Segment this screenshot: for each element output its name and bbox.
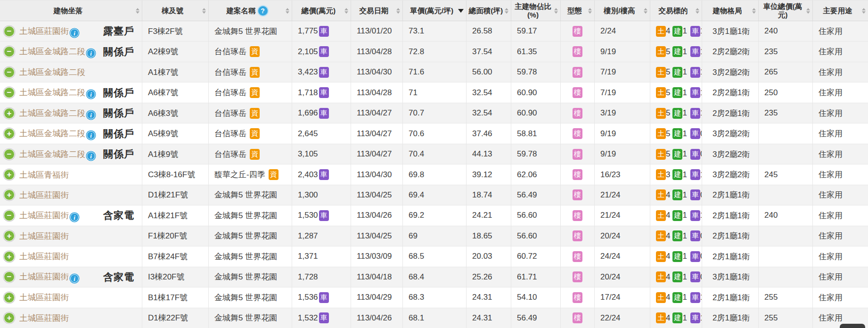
header-floor[interactable]: 樓別/樓高 [595,0,650,21]
location-link[interactable]: 土城區金城路二段 [19,66,85,78]
location-link[interactable]: 土城區金城路二段i [19,46,95,57]
cell-building-no: A1棟21F號 [142,205,209,225]
table-row[interactable]: +土城區莊園街B7棟24F號金城舞5 世界花園1,371113/03/0968.… [0,246,868,267]
sort-icon-floor[interactable] [644,8,647,14]
expand-icon[interactable]: + [4,312,15,323]
expand-icon[interactable]: + [4,108,15,119]
cell-project-name: 金城舞5 世界花園 [209,246,292,266]
location-link[interactable]: 土城區莊園街 [19,312,69,324]
cell-location: −土城區金城路二段i關係戶 [0,41,142,61]
zi-badge: 資 [250,149,260,160]
collapse-icon[interactable]: − [4,26,15,37]
scroll-top-button[interactable] [840,324,865,328]
cell-total-price: 3,423車 [292,62,351,82]
header-date[interactable]: 交易日期 [351,0,403,21]
location-link[interactable]: 土城區莊園街 [19,292,69,303]
location-link[interactable]: 土城區金城路二段i [19,148,95,160]
location-link[interactable]: 土城區青福街 [19,169,69,180]
sort-icon-unit-price[interactable] [458,9,464,13]
sort-icon-main-ratio[interactable] [554,8,558,14]
sort-icon-layout[interactable] [752,8,756,14]
collapse-icon[interactable]: − [4,87,15,98]
sort-icon-total-price[interactable] [344,8,348,14]
header-total-price[interactable]: 總價(萬元) [292,0,351,21]
table-row[interactable]: +土城區金城路二段i關係戶A6棟3號台信琢岳資1,696車113/04/2770… [0,103,868,123]
table-row[interactable]: −土城區莊園街i含家電I3棟20F號金城舞5 世界花園1,728113/04/1… [0,267,868,287]
expand-icon[interactable]: + [4,230,15,241]
cell-target: 土5建1車1 [650,62,702,82]
location-link[interactable]: 土城區莊園街i [19,25,79,37]
total-price-text: 2,645 [298,129,318,139]
help-icon[interactable]: ? [258,6,268,16]
table-row[interactable]: +土城區金城路二段i關係戶A5棟9號台信琢岳資2,645113/04/2770.… [0,123,868,144]
sort-icon-usage[interactable] [862,8,866,14]
table-row[interactable]: +土城區莊園街B1棟17F號金城舞5 世界花園1,536車113/04/2968… [0,287,868,308]
expand-icon[interactable]: + [4,189,15,200]
header-unit-price[interactable]: 單價(萬元/坪) [403,0,467,21]
collapse-icon[interactable]: − [4,210,15,221]
location-link[interactable]: 土城區金城路二段i [19,107,95,119]
table-row[interactable]: −土城區金城路二段A1棟7號台信琢岳資3,423車113/04/3071.656… [0,62,868,82]
expand-icon[interactable]: + [4,251,15,262]
header-project-name[interactable]: 建案名稱? [209,0,292,21]
sort-icon-area[interactable] [505,8,508,14]
header-area[interactable]: 總面積(坪) [467,0,511,21]
header-usage[interactable]: 主要用途 [813,0,868,21]
header-location[interactable]: 建物坐落 [0,0,142,21]
table-row[interactable]: −土城區金城路二段i關係戶A6棟7號台信琢岳資1,718車113/04/2871… [0,82,868,103]
info-icon[interactable]: i [70,213,79,221]
expand-icon[interactable]: + [4,128,15,139]
info-icon[interactable]: i [87,90,95,98]
row-annotation: 關係戶 [103,45,134,58]
info-icon[interactable]: i [87,111,95,119]
header-target[interactable]: 交易標的 [650,0,702,21]
header-type[interactable]: 型態 [561,0,595,21]
info-icon[interactable]: i [87,131,95,139]
sort-icon-parking-price[interactable] [806,8,810,14]
location-link[interactable]: 土城區金城路二段i [19,128,95,139]
location-link[interactable]: 土城區莊園街i [19,210,79,221]
cell-area: 56.00 [467,62,511,82]
location-link[interactable]: 土城區莊園街 [19,230,69,242]
type-badge: 樓 [573,312,582,323]
collapse-icon[interactable]: − [4,67,15,78]
sort-icon-location[interactable] [136,8,139,14]
sort-icon-project-name[interactable] [286,8,289,14]
table-row[interactable]: −土城區莊園街i含家電A1棟21F號金城舞5 世界花園1,530車113/04/… [0,205,868,226]
table-row[interactable]: −土城區金城路二段i關係戶A1棟9號台信琢岳資3,105113/04/2770.… [0,144,868,164]
location-link[interactable]: 土城區莊園街 [19,189,69,201]
location-link[interactable]: 土城區金城路二段i [19,87,95,98]
table-row[interactable]: +土城區莊園街D1棟21F號金城舞5 世界花園1,300113/04/2569.… [0,185,868,205]
sort-icon-target[interactable] [696,8,699,14]
header-main-ratio[interactable]: 主建物佔比(%) [511,0,561,21]
building-count: 1 [682,47,687,57]
sort-icon-date[interactable] [396,8,400,14]
location-link[interactable]: 土城區莊園街i [19,271,79,283]
table-row[interactable]: +土城區莊園街D1棟22F號金城舞5 世界花園1,532車113/04/2668… [0,308,868,328]
expand-icon[interactable]: + [4,292,15,303]
type-badge: 樓 [573,230,582,241]
sort-icon-building-no[interactable] [202,8,206,14]
info-icon[interactable]: i [70,274,79,283]
table-row[interactable]: −土城區莊園街i露臺戶F3棟2F號金城舞5 世界花園1,775車113/01/2… [0,21,868,41]
table-row[interactable]: +土城區莊園街F1棟20F號金城舞5 世界花園1,287113/04/25691… [0,226,868,246]
header-layout[interactable]: 建物格局 [702,0,759,21]
cell-total-price: 1,300 [292,185,351,205]
sort-icon-type[interactable] [588,8,592,14]
info-icon[interactable]: i [70,29,79,37]
header-building-no[interactable]: 棟及號 [142,0,209,21]
collapse-icon[interactable]: − [4,46,15,57]
info-icon[interactable]: i [87,49,95,57]
expand-icon[interactable]: + [4,169,15,180]
table-row[interactable]: +土城區青福街C3棟8-16F號馥華之丘-四季資2,403車113/04/306… [0,164,868,185]
collapse-icon[interactable]: − [4,149,15,160]
sort-desc-arrow [588,11,592,14]
land-count: 4 [666,293,670,302]
location-link[interactable]: 土城區莊園街 [19,251,69,262]
info-icon[interactable]: i [87,152,95,160]
table-row[interactable]: −土城區金城路二段i關係戶A2棟9號台信琢岳資2,105車113/04/2872… [0,41,868,62]
car-badge: 車 [690,26,700,37]
header-parking-price[interactable]: 車位總價(萬元) [759,0,813,21]
collapse-icon[interactable]: − [4,271,15,282]
land-badge: 土 [656,230,666,241]
